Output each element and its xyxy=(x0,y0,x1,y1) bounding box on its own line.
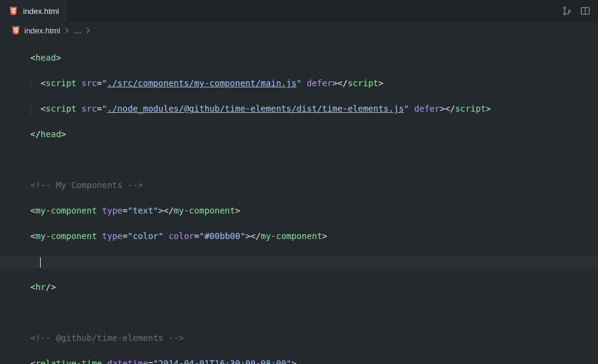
code-line[interactable]: </head> xyxy=(30,128,598,141)
code-line[interactable]: <hr/> xyxy=(30,281,598,294)
code-line[interactable]: <relative-time datetime="2014-04-01T16:3… xyxy=(30,357,598,364)
text-cursor xyxy=(40,257,41,268)
html5-icon xyxy=(11,25,21,35)
code-line[interactable]: <!-- My Components --> xyxy=(30,179,598,192)
tab-index-html[interactable]: index.html xyxy=(0,0,68,22)
svg-point-0 xyxy=(564,7,566,9)
code-editor[interactable]: <head> <script src="./src/components/my-… xyxy=(0,39,598,364)
compare-changes-icon[interactable] xyxy=(562,5,573,16)
code-line[interactable]: <script src="./src/components/my-compone… xyxy=(30,77,598,90)
code-line[interactable] xyxy=(30,306,598,319)
code-line-active[interactable] xyxy=(0,255,598,268)
tab-label: index.html xyxy=(23,7,59,16)
code-line[interactable] xyxy=(30,153,598,166)
html5-icon xyxy=(8,6,18,16)
code-line[interactable]: <my-component type="color" color="#00bb0… xyxy=(30,230,598,243)
code-line[interactable]: <script src="./node_modules/@github/time… xyxy=(30,103,598,115)
editor-actions xyxy=(562,0,598,22)
tabs-container: index.html xyxy=(0,0,68,22)
breadcrumb-ellipsis: … xyxy=(73,26,81,35)
breadcrumb-file: index.html xyxy=(24,26,60,35)
code-line[interactable]: <head> xyxy=(30,52,598,64)
code-line[interactable]: <!-- @github/time-elements --> xyxy=(30,332,598,345)
code-line[interactable]: <my-component type="text"></my-component… xyxy=(30,204,598,217)
split-editor-icon[interactable] xyxy=(580,5,591,16)
svg-point-2 xyxy=(569,10,571,12)
svg-point-1 xyxy=(564,13,566,15)
chevron-right-icon xyxy=(85,26,91,35)
tab-bar: index.html xyxy=(0,0,598,22)
chevron-right-icon xyxy=(64,26,70,35)
breadcrumb[interactable]: index.html … xyxy=(0,22,598,39)
